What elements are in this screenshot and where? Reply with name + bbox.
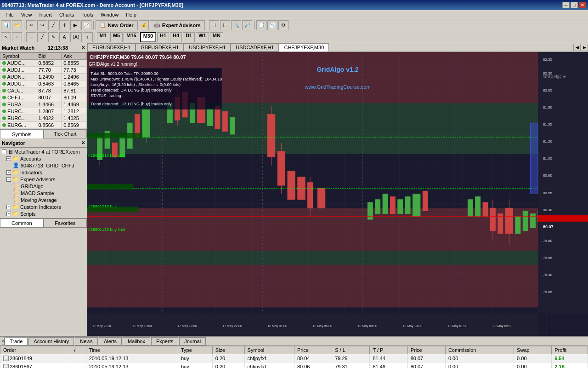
terminal-tab-journal[interactable]: Journal: [179, 337, 206, 345]
close-button[interactable]: ✕: [579, 2, 586, 8]
chart-tab-chfjpy[interactable]: CHFJPYFXF,M30: [279, 43, 329, 52]
toolbar-undo-btn[interactable]: ↩: [26, 20, 36, 30]
terminal-tab-news[interactable]: News: [75, 337, 98, 345]
nav-item-accounts[interactable]: ─ 📁 Accounts: [0, 155, 87, 162]
trend-line-btn[interactable]: ╱: [37, 32, 47, 42]
market-watch-row[interactable]: AUDU... 0.8463 0.8465: [0, 80, 87, 87]
col-price[interactable]: Price: [294, 346, 332, 354]
toolbar-open-btn[interactable]: 📂: [12, 20, 22, 30]
order-row[interactable]: 📊28601867 2010.05.19 12:13 buy 0.20 chfj…: [0, 362, 588, 368]
navigator-close[interactable]: ✕: [81, 140, 85, 145]
menu-tools[interactable]: Tools: [78, 11, 97, 18]
terminal-tab-mailbox[interactable]: Mailbox: [123, 337, 150, 345]
nav-accounts-expand[interactable]: ─: [6, 156, 11, 161]
chart-tab-usdcad[interactable]: USDCADFXF,H1: [231, 43, 279, 52]
menu-help[interactable]: Help: [122, 11, 140, 18]
chart-tab-usdjpy[interactable]: USDJPYFXF,H1: [184, 43, 231, 52]
toolbar-chart-autoscroll-btn[interactable]: ⊢: [220, 20, 230, 30]
market-watch-row[interactable]: EURG... 0.8566 0.8569: [0, 122, 87, 129]
toolbar-period-sep-btn[interactable]: ⚙: [278, 20, 288, 30]
col-profit[interactable]: Profit: [552, 346, 588, 354]
market-watch-row[interactable]: AUDJ... 77.70 77.73: [0, 67, 87, 74]
nav-root[interactable]: ─ 🖥 MetaTrader 4 at FOREX.com: [0, 149, 87, 155]
market-watch-row[interactable]: EURC... 1.2807 1.2812: [0, 108, 87, 115]
timeframe-d1[interactable]: D1: [183, 32, 195, 42]
nav-ea-expand[interactable]: ─: [6, 177, 11, 182]
terminal-tab-experts[interactable]: Experts: [151, 337, 178, 345]
nav-item-expert-advisors[interactable]: ─ 📁 Expert Advisors: [0, 176, 87, 183]
market-watch-close[interactable]: ✕: [81, 45, 85, 50]
toolbar-zoom-in-btn[interactable]: 🔍: [231, 20, 241, 30]
menu-view[interactable]: View: [17, 11, 36, 18]
col-order[interactable]: Order: [0, 346, 71, 354]
nav-tab-favorites[interactable]: Favorites: [44, 218, 87, 228]
nav-root-expand[interactable]: ─: [2, 150, 6, 154]
timeframe-m1[interactable]: M1: [97, 32, 109, 42]
order-row[interactable]: 📊28601849 2010.05.19 12:13 buy 0.20 chfj…: [0, 354, 588, 362]
nav-item-moving-avg[interactable]: 📜 Moving Average: [0, 196, 87, 203]
minimize-button[interactable]: ─: [562, 2, 570, 8]
nav-item-macd[interactable]: 📜 MACD Sample: [0, 190, 87, 196]
col-tp[interactable]: T / P: [370, 346, 407, 354]
chart-tab-scroll-right[interactable]: ▶: [581, 44, 588, 51]
cursor-tool-btn[interactable]: ↖: [1, 32, 11, 42]
menu-window[interactable]: Window: [97, 11, 122, 18]
mw-tab-symbols[interactable]: Symbols: [0, 129, 44, 138]
label-btn[interactable]: ⟨A⟩: [70, 32, 82, 42]
market-watch-row[interactable]: CADJ... 87.78 87.81: [0, 87, 87, 94]
expert-advisors-button[interactable]: 🤖 Expert Advisors: [150, 20, 205, 30]
toolbar-chart-shift-btn[interactable]: ⊣: [209, 20, 219, 30]
chart-tab-scroll-left[interactable]: ◀: [573, 44, 581, 51]
nav-item-custom-indicators[interactable]: + 📁 Custom Indicators: [0, 203, 87, 210]
timeframe-m5[interactable]: M5: [110, 32, 123, 42]
market-watch-row[interactable]: CHFJ... 80.07 80.09: [0, 94, 87, 101]
col-symbol[interactable]: Symbol: [244, 346, 294, 354]
col-commission[interactable]: Commission: [445, 346, 514, 354]
timeframe-w1[interactable]: W1: [196, 32, 209, 42]
chart-canvas[interactable]: #28602318 buy stop #28601019 buy #286011…: [87, 52, 588, 336]
col-swap[interactable]: Swap: [514, 346, 552, 354]
mw-tab-tickchart[interactable]: Tick Chart: [44, 129, 87, 138]
terminal-tab-account-history[interactable]: Account History: [28, 337, 74, 345]
toolbar-line-btn[interactable]: ╱: [48, 20, 58, 30]
col-time[interactable]: Time: [86, 346, 178, 354]
menu-file[interactable]: File: [2, 11, 17, 18]
toolbar-redo-btn[interactable]: ↪: [37, 20, 47, 30]
chart-tab-gbpusd[interactable]: GBPUSDFXF,H1: [136, 43, 184, 52]
timeframe-mn[interactable]: MN: [210, 32, 223, 42]
timeframe-m30[interactable]: M30: [140, 32, 156, 42]
col-sl[interactable]: S / L: [332, 346, 370, 354]
menu-charts[interactable]: Charts: [56, 11, 78, 18]
toolbar-zoom-out-btn[interactable]: 🔎: [242, 20, 252, 30]
toolbar-crosshair-btn[interactable]: ✛: [59, 20, 69, 30]
nav-item-gridalgo[interactable]: 📜 GRIDAlgo: [0, 183, 87, 190]
timeframe-h1[interactable]: H1: [157, 32, 169, 42]
toolbar-indicators-btn[interactable]: 📉: [267, 20, 277, 30]
nav-item-scripts[interactable]: + 📁 Scripts: [0, 210, 87, 217]
text-btn[interactable]: A: [59, 32, 69, 42]
toolbar-period-btn[interactable]: 📈: [81, 20, 91, 30]
nav-indicators-expand[interactable]: +: [6, 170, 11, 175]
toolbar-template-btn[interactable]: 📑: [256, 20, 266, 30]
timeframe-h4[interactable]: H4: [170, 32, 182, 42]
market-watch-row[interactable]: EURC... 1.4022 1.4025: [0, 115, 87, 122]
nav-scripts-expand[interactable]: +: [6, 212, 11, 216]
arrow-btn[interactable]: ↑: [83, 32, 93, 42]
pencil-btn[interactable]: ✎: [48, 32, 58, 42]
market-watch-row[interactable]: EURA... 1.4466 1.4469: [0, 101, 87, 108]
col-type[interactable]: Type: [178, 346, 212, 354]
col-price2[interactable]: Price: [407, 346, 445, 354]
col-size[interactable]: Size: [212, 346, 244, 354]
toolbar-price-btn[interactable]: 💰: [139, 20, 149, 30]
terminal-tab-trade[interactable]: Trade: [5, 337, 28, 345]
new-order-button[interactable]: 📋 New Order: [96, 20, 138, 30]
toolbar-cursor-btn[interactable]: ▶: [70, 20, 80, 30]
nav-item-indicators[interactable]: + 📁 Indicators: [0, 169, 87, 176]
menu-insert[interactable]: Insert: [35, 11, 56, 18]
crosshair-tool-btn[interactable]: +: [12, 32, 22, 42]
market-watch-row[interactable]: AUDN... 1.2490 1.2496: [0, 74, 87, 80]
market-watch-row[interactable]: AUDC... 0.8852 0.8855: [0, 60, 87, 67]
nav-custom-expand[interactable]: +: [6, 205, 11, 209]
timeframe-m15[interactable]: M15: [124, 32, 139, 42]
h-line-btn[interactable]: ─: [26, 32, 36, 42]
